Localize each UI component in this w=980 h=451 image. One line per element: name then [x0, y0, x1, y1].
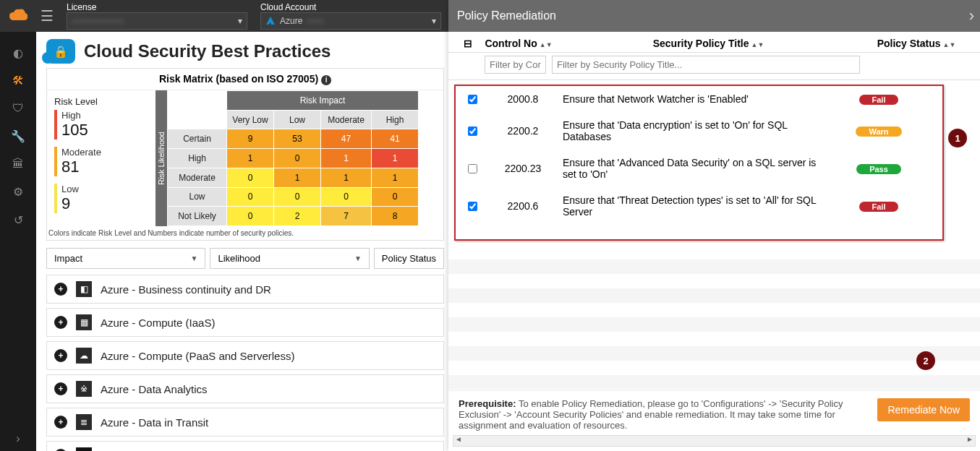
control-no: 2200.2 — [483, 125, 563, 137]
panel-spacer — [448, 245, 980, 390]
accordion-label: Azure - Business continuity and DR — [101, 283, 271, 296]
policy-row[interactable]: 2000.8 Ensure that Network Watcher is 'E… — [456, 86, 942, 112]
filter-likelihood[interactable]: Likelihood▼ — [210, 248, 369, 269]
policy-row[interactable]: 2200.2 Ensure that 'Data encryption' is … — [456, 112, 942, 150]
service-icon: ≣ — [76, 414, 92, 430]
history-icon[interactable]: ↺ — [14, 213, 23, 227]
policy-title: Ensure that 'Threat Detection types' is … — [563, 194, 821, 218]
accordion-label: Azure - Data Analytics — [101, 383, 208, 395]
expand-icon: + — [54, 416, 67, 429]
status-badge: Pass — [856, 164, 901, 174]
expand-icon: + — [54, 349, 67, 362]
accordion-item[interactable]: +▦Azure - Compute (IaaS) — [46, 308, 444, 337]
service-icon: ☁ — [76, 348, 92, 364]
chevron-down-icon: ▼ — [191, 254, 198, 262]
app-logo — [0, 0, 36, 32]
expand-sidebar-icon[interactable]: › — [16, 432, 20, 445]
service-icon: ※ — [76, 381, 92, 397]
service-icon: ▦ — [76, 314, 92, 330]
panel-header: Policy Remediation › — [448, 0, 980, 32]
policy-row[interactable]: 2200.23 Ensure that 'Advanced Data Secur… — [456, 150, 942, 187]
horizontal-scrollbar[interactable] — [453, 435, 976, 447]
row-checkbox[interactable] — [468, 202, 477, 211]
policy-rows-highlight: 2000.8 Ensure that Network Watcher is 'E… — [454, 85, 944, 241]
sort-icon: ▲▼ — [751, 41, 764, 48]
panel-title: Policy Remediation — [457, 9, 556, 22]
page-title: Cloud Security Best Practices — [84, 41, 331, 61]
accordion-item[interactable]: +≣Azure - Data in Transit — [46, 408, 444, 437]
hamburger-icon[interactable]: ☰ — [41, 7, 54, 25]
accordion-label: Azure - Data in Transit — [101, 416, 208, 429]
chevron-down-icon: ▾ — [238, 16, 242, 26]
cloud-account-select[interactable]: Azure—— ▾ — [260, 12, 441, 30]
risk-impact-axis: Risk Impact — [227, 91, 419, 111]
filter-title-input[interactable] — [552, 56, 860, 74]
shield-icon[interactable]: 🛡 — [12, 102, 24, 115]
gear-icon[interactable]: ⚙ — [13, 185, 23, 199]
row-checkbox[interactable] — [468, 95, 477, 104]
info-icon[interactable]: i — [321, 75, 331, 85]
expand-icon: + — [54, 283, 67, 296]
accordion-item[interactable]: +◧Azure - Business continuity and DR — [46, 275, 444, 304]
col-security-title[interactable]: Security Policy Title▲▼ — [558, 38, 858, 49]
chevron-down-icon: ▼ — [354, 254, 362, 262]
license-label: License — [67, 2, 247, 12]
annotation-1: 1 — [948, 129, 967, 147]
prerequisite-label: Prerequisite: — [459, 398, 516, 409]
policy-title: Ensure that 'Data encryption' is set to … — [563, 119, 821, 142]
control-no: 2200.23 — [483, 163, 563, 174]
azure-icon — [265, 16, 276, 26]
control-no: 2000.8 — [483, 93, 563, 105]
chevron-down-icon: ▾ — [432, 16, 436, 26]
sort-icon: ▲▼ — [943, 41, 956, 48]
license-select[interactable]: ——————▾ — [67, 12, 247, 30]
risk-level-label: Risk Level — [54, 96, 148, 107]
filter-control-input[interactable] — [485, 56, 546, 74]
sidebar: ◐ 🛠 🛡 🔧 🏛 ⚙ ↺ › — [0, 32, 36, 451]
risk-moderate: Moderate81 — [54, 147, 148, 176]
accordion-item[interactable]: +※Azure - Data Analytics — [46, 374, 444, 403]
cloud-account-label: Cloud Account — [260, 2, 441, 12]
col-policy-status[interactable]: Policy Status▲▼ — [858, 38, 974, 49]
annotation-2: 2 — [916, 351, 935, 370]
bank-icon[interactable]: 🏛 — [12, 158, 24, 171]
accordion-item[interactable]: +☁Azure - Compute (PaaS and Serverless) — [46, 341, 444, 370]
accordion-label: Azure - Compute (PaaS and Serverless) — [101, 350, 294, 362]
chevron-right-icon[interactable]: › — [969, 7, 974, 25]
briefcase-icon[interactable]: 🛠 — [12, 74, 24, 87]
sort-icon: ▲▼ — [540, 41, 553, 48]
filter-impact[interactable]: Impact▼ — [46, 248, 205, 269]
panel-footer: Prerequisite: To enable Policy Remediati… — [448, 390, 980, 451]
accordion-item[interactable]: +▰Azure - Fundamentals — [46, 441, 444, 451]
policy-title: Ensure that Network Watcher is 'Enabled' — [563, 93, 821, 105]
policy-remediation-panel: Policy Remediation › ⊟ Control No▲▼ Secu… — [448, 0, 980, 451]
row-checkbox[interactable] — [468, 126, 477, 136]
risk-matrix-title: Risk Matrix (based on ISO 27005)i — [47, 69, 443, 90]
policy-title: Ensure that 'Advanced Data Security' on … — [563, 157, 821, 180]
prerequisite-text: To enable Policy Remediation, please go … — [459, 398, 843, 431]
risk-low: Low9 — [54, 184, 148, 213]
remediate-now-button[interactable]: Remediate Now — [877, 398, 970, 421]
risk-matrix-card: Risk Matrix (based on ISO 27005)i Risk L… — [46, 68, 444, 241]
expand-icon: + — [54, 382, 67, 395]
service-icon: ◧ — [76, 281, 92, 297]
status-badge: Fail — [859, 95, 899, 105]
col-control-no[interactable]: Control No▲▼ — [479, 38, 558, 49]
risk-matrix-table: Risk Impact Very LowLowModerateHigh Cert… — [167, 90, 419, 226]
risk-likelihood-axis: Risk Likelihood — [155, 90, 167, 226]
main-content: 🔒 Cloud Security Best Practices Risk Mat… — [36, 32, 448, 451]
dashboard-icon[interactable]: ◐ — [13, 46, 23, 60]
cloud-security-icon: 🔒 — [46, 39, 75, 64]
service-icon: ▰ — [76, 447, 92, 451]
status-badge: Fail — [859, 202, 899, 212]
filter-policy-status[interactable]: Policy Status — [374, 248, 444, 269]
tool-icon[interactable]: 🔧 — [11, 129, 25, 143]
collapse-all-icon[interactable]: ⊟ — [457, 38, 479, 49]
row-checkbox[interactable] — [468, 164, 477, 173]
policy-row[interactable]: 2200.6 Ensure that 'Threat Detection typ… — [456, 187, 942, 225]
risk-high: High105 — [54, 110, 148, 139]
expand-icon: + — [54, 316, 67, 329]
risk-matrix-note: Colors indicate Risk Level and Numbers i… — [47, 226, 443, 240]
control-no: 2200.6 — [483, 200, 563, 212]
accordion-label: Azure - Compute (IaaS) — [101, 317, 215, 329]
